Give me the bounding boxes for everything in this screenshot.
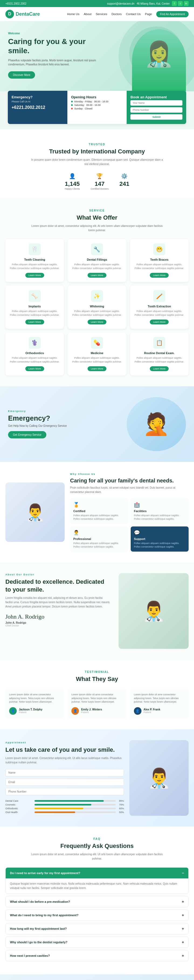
faq-question-1[interactable]: Do I need to arrive early for my first a… — [6, 868, 188, 878]
extraction-name: Tooth Extraction — [134, 305, 184, 308]
topbar-right: support@dentacare.dn 46 Milang Baru, Kal… — [107, 1, 189, 6]
nav-services[interactable]: Services — [96, 13, 107, 16]
dental-fillings-btn[interactable]: Learn More — [88, 273, 106, 278]
teeth-braces-desc: Pollex aliquam aliquam suldrisque sagitt… — [134, 263, 184, 270]
bar-oral-fill — [35, 811, 75, 813]
hero-content: Welcome Caring for you & your smile. Pha… — [8, 32, 100, 79]
dental-family-section: 👨‍⚕️ Why Choose Us Caring for all your f… — [0, 462, 194, 562]
need-help-section: Help Center Need Help? Please, call our … — [0, 974, 194, 980]
professional-name: Professional — [73, 537, 125, 541]
service-teeth-braces: 😁 Teeth Braces Pollex aliquam aliquam su… — [130, 239, 189, 282]
appointment-desc: Lorem ipsum dolor sit amet. Consectetur … — [5, 756, 124, 765]
medicine-desc: Pollex aliquam aliquam suldrisque sagitt… — [72, 356, 122, 364]
faq-question-4[interactable]: How long will my first appointment last?… — [6, 923, 188, 934]
trusted-label: Trusted — [5, 143, 189, 146]
implants-icon: 🦴 — [29, 290, 41, 302]
whitening-icon: ✨ — [91, 290, 103, 302]
family-text: Why Choose Us Caring for all your family… — [70, 473, 189, 552]
dental-exam-name: Routine Dental Exam. — [134, 352, 184, 355]
implants-name: Implants — [10, 305, 60, 308]
bar-cosmetic-label: Cosmetic — [5, 803, 32, 806]
dedicated-desc: Lorem fringilla conubia leo aliquam nisl… — [5, 596, 110, 609]
emergency-phone: +6221.2002.2012 — [12, 105, 63, 110]
appointment-form — [5, 769, 124, 795]
whitening-name: Whitening — [72, 305, 122, 308]
appt-phone-input[interactable] — [5, 788, 124, 795]
emergency-banner-btn[interactable]: Get Emergency Service — [8, 431, 46, 438]
faq-section: FAQ Frequently Ask Questions Lorem ipsum… — [0, 827, 194, 974]
book-submit-btn[interactable]: Submit — [131, 114, 182, 120]
support-desc: Pollex aliquam aliquam suldrisque sagitt… — [134, 542, 185, 548]
teeth-cleaning-name: Teeth Cleaning — [10, 258, 60, 261]
appointment-title: Let us take care of you and your smile. — [5, 746, 124, 754]
test-info-1: Jackson T. Dolphy Patient — [19, 708, 42, 714]
test-role-1: Patient — [19, 711, 42, 714]
whitening-btn[interactable]: Learn More — [88, 320, 106, 325]
faq-question-6[interactable]: How next I prevent cavities? + — [6, 950, 188, 961]
logo: D DentaCare — [5, 10, 40, 18]
hours-row-1: Monday - Friday: 08.00 - 18.00 — [71, 100, 123, 103]
medicine-btn[interactable]: Learn More — [88, 366, 106, 371]
feature-facilities: 🏥 Facilities Pollex aliquam aliquam suld… — [131, 499, 189, 524]
orthodontics-btn[interactable]: Learn More — [25, 366, 44, 371]
appt-name-input[interactable] — [5, 769, 124, 776]
facilities-icon: 🏥 — [134, 502, 185, 508]
hero-section: Welcome Caring for you & your smile. Pha… — [0, 21, 194, 91]
emergency-title: Emergency? — [12, 95, 63, 99]
medicine-icon: 💊 — [91, 337, 103, 349]
bar-orthodontic-track — [35, 808, 116, 809]
faq-question-3[interactable]: What do I need to bring to my first appo… — [6, 910, 188, 921]
info-strip-wrapper: Emergency? Please Call Us At +6221.2002.… — [0, 91, 194, 129]
test-author-1: 👤 Jackson T. Dolphy Patient — [9, 707, 60, 715]
nav-appointment-btn[interactable]: Find An Appointment — [156, 11, 189, 17]
nav-page[interactable]: Page — [145, 13, 152, 16]
nav-home[interactable]: Home Us — [67, 13, 79, 16]
dental-fillings-desc: Pollex aliquam aliquam suldrisque sagitt… — [72, 263, 122, 270]
nav-contact[interactable]: Contact Us — [126, 13, 140, 16]
trusted-title: Trusted by International Company — [5, 148, 189, 155]
linkedin-icon[interactable]: in — [184, 1, 189, 6]
hero-figure: 👩‍⚕️ — [132, 29, 186, 91]
bar-cosmetic-fill — [35, 804, 91, 805]
facebook-icon[interactable]: f — [172, 1, 177, 6]
hero-discover-btn[interactable]: Discover More — [8, 71, 35, 79]
bar-cosmetic-track — [35, 804, 116, 805]
dental-exam-btn[interactable]: Learn More — [150, 366, 169, 371]
nav-about[interactable]: About — [84, 13, 91, 16]
extraction-btn[interactable]: Learn More — [150, 320, 169, 325]
certified-name: Certified — [73, 509, 125, 513]
faq-question-2[interactable]: What should I do before a pre-medication… — [6, 896, 188, 907]
twitter-icon[interactable]: t — [178, 1, 183, 6]
testimonials-grid: Lorem ipsum dolor sit ame consectetur ad… — [5, 689, 189, 719]
support-name: Support — [134, 537, 185, 541]
book-phone-input[interactable] — [131, 107, 182, 113]
test-text-1: Lorem ipsum dolor sit ame consectetur ad… — [9, 693, 60, 704]
extraction-desc: Pollex aliquam aliquam suldrisque sagitt… — [134, 310, 184, 317]
faq-q-text-5: Why should I go to the dentist regularly… — [10, 940, 67, 944]
teeth-cleaning-btn[interactable]: Learn More — [25, 273, 44, 278]
book-name-input[interactable] — [131, 100, 182, 106]
nav-doctors[interactable]: Doctors — [112, 13, 122, 16]
emergency-face-icon: 🤦 — [143, 411, 170, 437]
family-doctor-icon: 👨‍⚕️ — [25, 503, 45, 522]
hours-dot-2 — [71, 104, 73, 106]
dental-fillings-name: Dental Fillings — [72, 258, 122, 261]
facilities-name: Facilities — [134, 509, 185, 513]
testimonial-1: Lorem ipsum dolor sit ame consectetur ad… — [5, 689, 64, 719]
dedicated-text: About Our Doctor Dedicated to excellence… — [5, 573, 110, 627]
test-avatar-1: 👤 — [9, 707, 17, 715]
test-text-3: Lorem ipsum dolor sit ame consectetur ad… — [134, 693, 185, 704]
teeth-braces-name: Teeth Braces — [134, 258, 184, 261]
book-title: Book an Appointment — [131, 95, 182, 99]
hero-figure-bg: 👩‍⚕️ — [132, 29, 186, 91]
implants-btn[interactable]: Learn More — [25, 320, 44, 325]
faq-q-text-3: What do I need to bring to my first appo… — [10, 913, 79, 917]
appt-email-input[interactable] — [5, 778, 124, 786]
bar-orthodontic: Orthodontic 60% — [5, 807, 124, 810]
faq-item-1: Do I need to arrive early for my first a… — [5, 867, 189, 894]
teeth-braces-btn[interactable]: Learn More — [150, 273, 169, 278]
services-title: What We Offer — [5, 214, 189, 221]
service-dental-exam: 📋 Routine Dental Exam. Pollex aliquam al… — [130, 332, 189, 375]
faq-question-5[interactable]: Why should I go to the dentist regularly… — [6, 937, 188, 948]
faq-q-text-1: Do I need to arrive early for my first a… — [10, 872, 80, 875]
